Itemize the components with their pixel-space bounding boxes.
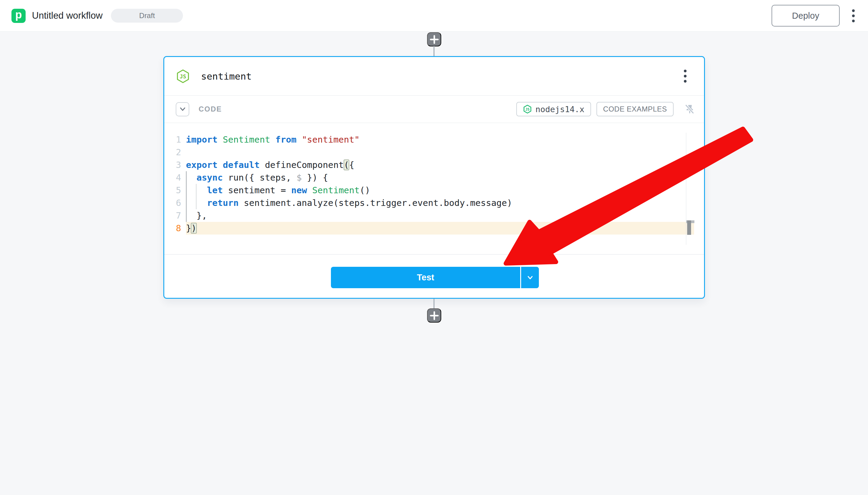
app-header: p Untitled workflow Draft Deploy xyxy=(0,0,868,32)
code-toolbar: CODE JS nodejs14.x CODE EXAMPLES xyxy=(164,96,704,123)
chevron-down-icon xyxy=(526,274,534,281)
code-line[interactable]: 3export default defineComponent({ xyxy=(164,158,704,171)
deploy-button[interactable]: Deploy xyxy=(771,5,840,27)
test-button[interactable]: Test xyxy=(331,267,520,288)
code-line[interactable]: 7 }, xyxy=(164,209,704,222)
unpin-icon[interactable] xyxy=(684,104,695,114)
test-split-button: Test xyxy=(331,267,539,288)
code-line[interactable]: 6 return sentiment.analyze(steps.trigger… xyxy=(164,197,704,209)
indent-guide xyxy=(186,171,187,222)
code-rows: 1import Sentiment from "sentiment"23expo… xyxy=(164,133,704,235)
line-number: 5 xyxy=(164,184,186,197)
collapse-section-button[interactable] xyxy=(176,102,189,116)
runtime-label: nodejs14.x xyxy=(536,105,585,114)
nodejs-icon: JS xyxy=(523,105,532,114)
line-content: export default defineComponent({ xyxy=(186,158,694,171)
plus-icon xyxy=(430,35,439,44)
line-number: 1 xyxy=(164,133,186,146)
indent-guide xyxy=(196,184,196,209)
step-header: JS sentiment xyxy=(164,57,704,96)
scrollbar-thumb[interactable] xyxy=(687,220,691,235)
kebab-menu-icon[interactable] xyxy=(850,7,856,24)
line-content xyxy=(186,146,694,158)
connector-line xyxy=(433,46,435,56)
line-number: 3 xyxy=(164,158,186,171)
step-card-sentiment: JS sentiment CODE JS nodejs14.x xyxy=(163,56,705,299)
line-content: return sentiment.analyze(steps.trigger.e… xyxy=(186,197,694,209)
pipedream-logo[interactable]: p xyxy=(12,9,25,23)
scrollbar-mark xyxy=(687,167,691,172)
test-options-button[interactable] xyxy=(520,267,539,288)
line-number: 8 xyxy=(164,222,186,235)
add-step-above-button[interactable] xyxy=(427,32,441,47)
logo-letter: p xyxy=(15,8,22,21)
code-line[interactable]: 2 xyxy=(164,146,704,158)
divider xyxy=(164,254,704,255)
line-number: 6 xyxy=(164,197,186,209)
chevron-down-icon xyxy=(178,105,187,113)
code-line[interactable]: 8}) xyxy=(164,222,704,235)
runtime-badge[interactable]: JS nodejs14.x xyxy=(516,102,591,116)
line-number: 4 xyxy=(164,171,186,184)
nodejs-icon: JS xyxy=(176,69,190,84)
line-content: }, xyxy=(186,209,694,222)
editor-scrollbar[interactable] xyxy=(686,133,686,245)
line-content: let sentiment = new Sentiment() xyxy=(186,184,694,197)
code-line[interactable]: 1import Sentiment from "sentiment" xyxy=(164,133,704,146)
workflow-title[interactable]: Untitled workflow xyxy=(32,10,103,21)
connector-line xyxy=(433,299,435,309)
status-badge: Draft xyxy=(111,9,183,23)
code-editor[interactable]: 1import Sentiment from "sentiment"23expo… xyxy=(164,123,704,254)
plus-icon xyxy=(430,311,439,320)
line-number: 7 xyxy=(164,209,186,222)
line-content: async run({ steps, $ }) { xyxy=(186,171,694,184)
line-content: }) xyxy=(186,222,694,235)
line-content: import Sentiment from "sentiment" xyxy=(186,133,694,146)
code-line[interactable]: 4 async run({ steps, $ }) { xyxy=(164,171,704,184)
line-number: 2 xyxy=(164,146,186,158)
code-examples-button[interactable]: CODE EXAMPLES xyxy=(596,102,674,116)
svg-text:JS: JS xyxy=(180,73,186,80)
add-step-below-button[interactable] xyxy=(427,308,441,323)
step-kebab-menu-icon[interactable] xyxy=(682,68,688,84)
svg-text:JS: JS xyxy=(525,107,529,112)
workflow-builder-page: p Untitled workflow Draft Deploy JS sent… xyxy=(0,0,868,495)
section-label: CODE xyxy=(198,105,222,113)
code-line[interactable]: 5 let sentiment = new Sentiment() xyxy=(164,184,704,197)
step-title[interactable]: sentiment xyxy=(201,71,251,82)
